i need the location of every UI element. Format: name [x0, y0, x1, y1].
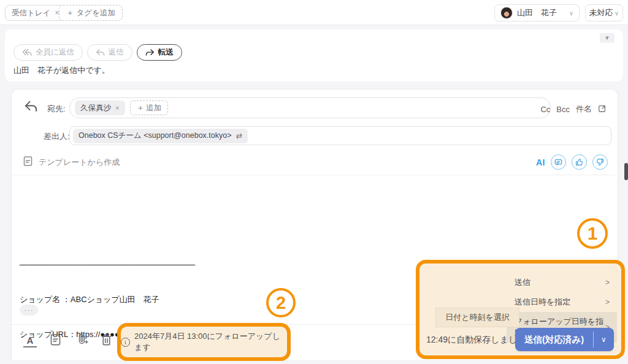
- signature-shop-name: ショップ名 ：ABCショップ山田 花子: [20, 294, 195, 305]
- menu-item-label: 送信: [515, 277, 530, 288]
- from-chip[interactable]: Onebox CSチーム <support@onebox.tokyo> ⇄: [73, 129, 248, 143]
- subject-toggle[interactable]: 件名: [576, 104, 592, 115]
- annotation-box-1: 送信 > 送信日時を指定 > フォローアップ日時を指定 > 日付と時刻を選択 1…: [416, 260, 625, 359]
- inbox-tag-label: 受信トレイ: [12, 8, 50, 18]
- ai-thumbs-up-button[interactable]: [572, 154, 587, 170]
- top-bar: 受信トレイ × ＋ タグを追加 山田 花子 ∨ 未対応 ∨: [0, 0, 628, 25]
- attach-file-icon[interactable]: [76, 333, 88, 346]
- from-address: Onebox CSチーム <support@onebox.tokyo>: [78, 131, 232, 141]
- inbox-tag-chip[interactable]: 受信トレイ ×: [5, 5, 66, 21]
- chevron-down-icon: ∨: [569, 10, 573, 17]
- reply-label: 返信: [109, 47, 124, 58]
- swap-sender-icon[interactable]: ⇄: [236, 131, 242, 140]
- submenu-pick-datetime[interactable]: 日付と時刻を選択: [435, 308, 519, 327]
- header-field-toggles: Cc Bcc 件名: [540, 104, 607, 115]
- show-trimmed-content-button[interactable]: ···: [20, 305, 38, 316]
- add-tag-label: タグを追加: [77, 8, 115, 18]
- plus-icon: ＋: [137, 103, 145, 113]
- send-split-button: 送信(対応済み) ∨: [515, 328, 614, 351]
- chevron-right-icon: >: [605, 298, 610, 306]
- send-button[interactable]: 送信(対応済み): [515, 328, 593, 351]
- annotation-box-2: i 2024年7月4日 13:00にフォローアップします: [117, 323, 291, 361]
- ai-thumbs-down-button[interactable]: [592, 154, 608, 170]
- reply-all-button[interactable]: 全員に返信: [13, 44, 83, 61]
- create-from-template-button[interactable]: テンプレートから作成: [23, 156, 120, 169]
- from-field[interactable]: Onebox CSチーム <support@onebox.tokyo> ⇄: [69, 126, 611, 145]
- app-window: 受信トレイ × ＋ タグを追加 山田 花子 ∨ 未対応 ∨ ▼ 全員に返信: [0, 0, 628, 364]
- forward-icon: [145, 48, 155, 56]
- reply-mode-icon[interactable]: [24, 100, 38, 115]
- annotation-badge-1: 1: [577, 218, 608, 249]
- divider: [12, 175, 617, 175]
- followup-notice: 2024年7月4日 13:00にフォローアップします: [134, 331, 287, 353]
- bcc-toggle[interactable]: Bcc: [556, 105, 570, 114]
- forward-label: 転送: [158, 47, 174, 58]
- open-in-new-icon[interactable]: [598, 104, 607, 115]
- document-icon: [23, 156, 33, 169]
- from-label: 差出人:: [44, 131, 70, 142]
- add-recipient-label: 追加: [146, 103, 161, 113]
- scrollbar-thumb[interactable]: [624, 163, 628, 180]
- add-recipient-button[interactable]: ＋ 追加: [130, 100, 169, 115]
- reply-button[interactable]: 返信: [87, 44, 132, 61]
- typing-notice: 山田 花子が返信中です。: [13, 65, 110, 76]
- autosave-status: 12:49に自動保存しました: [426, 335, 526, 346]
- avatar: [500, 7, 513, 19]
- forward-button[interactable]: 転送: [137, 44, 182, 61]
- ai-tools: AI: [536, 154, 608, 170]
- cc-toggle[interactable]: Cc: [540, 105, 550, 114]
- to-recipients-field[interactable]: 久保真沙 × ＋ 追加: [69, 97, 551, 118]
- trash-icon[interactable]: [101, 333, 112, 346]
- assignee-dropdown[interactable]: 山田 花子 ∨: [494, 4, 580, 21]
- chevron-right-icon: >: [605, 278, 610, 287]
- close-icon[interactable]: ×: [115, 104, 120, 112]
- status-label: 未対応: [589, 7, 613, 18]
- reply-all-label: 全員に返信: [36, 47, 74, 58]
- create-from-template-label: テンプレートから作成: [39, 157, 120, 168]
- menu-item-send[interactable]: 送信 >: [507, 273, 617, 292]
- menu-item-label: 送信日時を指定: [515, 297, 570, 308]
- reply-actions-row: 全員に返信 返信 転送: [13, 44, 182, 61]
- ai-comment-button[interactable]: [551, 154, 566, 170]
- assignee-name: 山田 花子: [517, 7, 565, 18]
- reply-all-icon: [22, 48, 32, 56]
- recipient-name: 久保真沙: [80, 103, 111, 113]
- reply-icon: [96, 48, 105, 56]
- info-icon: i: [121, 338, 130, 347]
- plus-icon: ＋: [66, 8, 74, 18]
- triangle-down-icon: ▼: [605, 35, 610, 41]
- recipient-chip[interactable]: 久保真沙 ×: [75, 100, 125, 115]
- send-options-caret[interactable]: ∨: [594, 328, 614, 351]
- text-format-button[interactable]: A: [23, 335, 37, 347]
- status-dropdown[interactable]: 未対応 ∨: [585, 4, 623, 21]
- collapse-thread-button[interactable]: ▼: [600, 33, 615, 43]
- annotation-badge-2: 2: [266, 288, 296, 317]
- template-icon[interactable]: [50, 333, 61, 346]
- menu-item-schedule-send[interactable]: 送信日時を指定 >: [507, 292, 617, 312]
- ai-label: AI: [536, 157, 545, 167]
- chevron-down-icon: ∨: [615, 10, 619, 17]
- reply-header-card: ▼ 全員に返信 返信 転送 山田 花子が返信中です。: [5, 29, 623, 82]
- signature-line: ――――――――――――――――――――――: [20, 259, 195, 270]
- to-label: 宛先:: [47, 104, 66, 115]
- add-tag-button[interactable]: ＋ タグを追加: [59, 5, 123, 21]
